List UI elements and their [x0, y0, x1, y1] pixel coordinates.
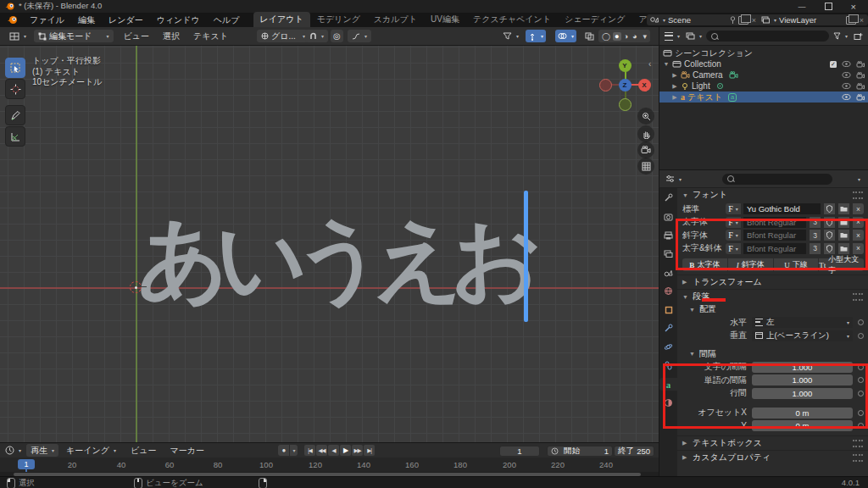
shading-dropdown[interactable]: ▾ [641, 32, 648, 41]
outliner-row-camera[interactable]: ▶ Camera [659, 69, 868, 80]
gizmo-axis-y-neg[interactable] [619, 98, 632, 111]
new-scene-icon[interactable] [738, 16, 748, 25]
font-name-field[interactable]: Bfont Regular [743, 230, 806, 241]
user-count-button[interactable]: 3 [810, 230, 821, 241]
playhead-badge[interactable]: 1 [18, 459, 35, 469]
disable-render-camera-icon[interactable] [856, 72, 865, 79]
unlink-font-button[interactable]: × [853, 243, 864, 254]
bold-toggle-button[interactable]: B太字体 [682, 258, 727, 271]
expand-caret-icon[interactable]: ▼ [663, 61, 670, 67]
tab-material[interactable] [660, 396, 677, 409]
font-panel-header[interactable]: ▼フォント [677, 188, 868, 202]
close-button[interactable]: × [851, 2, 856, 12]
tab-uv-editing[interactable]: UV編集 [424, 12, 466, 28]
open-font-folder-button[interactable] [838, 230, 849, 241]
open-font-folder-button[interactable] [838, 243, 849, 254]
menu-edit[interactable]: 編集 [71, 14, 102, 26]
perspective-toggle-button[interactable] [637, 158, 654, 175]
small-caps-toggle-button[interactable]: Tt小型大文字 [819, 258, 864, 271]
outliner-row-collection[interactable]: ▼ Collection ✓ [659, 58, 868, 69]
tab-texture-paint[interactable]: テクスチャペイント [466, 12, 558, 28]
mode-dropdown[interactable]: 編集モード ▾ [34, 30, 113, 42]
overlays-toggle[interactable]: ▾ [555, 30, 576, 42]
animate-dot[interactable] [858, 391, 864, 396]
gizmos-toggle[interactable]: ▾ [526, 30, 546, 42]
unlink-scene-icon[interactable]: × [751, 16, 757, 25]
font-selector-button[interactable]: F▾ [726, 217, 741, 228]
expand-caret-icon[interactable]: ▶ [671, 83, 678, 90]
measure-tool[interactable] [5, 126, 25, 147]
unlink-font-button[interactable]: × [853, 217, 864, 228]
tab-modifiers[interactable] [660, 322, 677, 335]
sidebar-toggle[interactable]: ‹ [648, 59, 651, 69]
keying-menu[interactable]: キーイング▾ [62, 444, 120, 457]
move-view-button[interactable] [637, 125, 654, 142]
menu-window[interactable]: ウィンドウ [150, 14, 207, 26]
hide-eye-icon[interactable] [842, 94, 851, 100]
timeline-editor-type-button[interactable]: ▾ [3, 444, 23, 457]
frame-end-field[interactable]: 終了250 [614, 446, 654, 457]
expand-caret-icon[interactable]: ▶ [671, 72, 678, 79]
panel-drag-handle[interactable] [853, 191, 863, 199]
unlink-font-button[interactable]: × [853, 203, 864, 214]
play-button[interactable]: ▶ [340, 445, 351, 456]
disable-render-camera-icon[interactable] [856, 61, 865, 68]
annotate-tool[interactable] [5, 105, 25, 125]
hide-eye-icon[interactable] [842, 83, 851, 89]
menu-select[interactable]: 選択 [156, 30, 186, 42]
expand-caret-icon[interactable]: ▶ [671, 94, 678, 101]
timeline-marker-menu[interactable]: マーカー [163, 445, 210, 457]
tab-modeling[interactable]: モデリング [310, 12, 367, 28]
properties-editor-type-button[interactable]: ▾ [664, 173, 683, 186]
viewlayer-selector[interactable]: ▾ ViewLayer × [758, 14, 868, 25]
outliner-row-text-selected[interactable]: ▶ a テキスト a [659, 92, 868, 103]
disable-render-camera-icon[interactable] [856, 83, 865, 90]
tab-object[interactable] [660, 303, 677, 316]
remove-viewlayer-icon[interactable]: × [859, 16, 865, 25]
select-box-tool[interactable] [5, 58, 25, 78]
shading-rendered-button[interactable]: ◕ [631, 32, 638, 41]
animate-dot[interactable] [858, 410, 864, 416]
shading-solid-button[interactable]: ● [613, 32, 620, 41]
transform-orientation-dropdown[interactable]: グロ... ▾ [257, 30, 309, 42]
menu-render[interactable]: レンダー [102, 14, 150, 26]
textbox-panel-header[interactable]: ▶テキストボックス [677, 435, 868, 450]
tab-physics[interactable] [660, 341, 677, 353]
current-frame-field[interactable]: 1 [499, 446, 540, 457]
tab-sculpt[interactable]: スカルプト [367, 12, 424, 28]
font-selector-button[interactable]: F▾ [726, 203, 741, 214]
edited-text-object[interactable]: あいうえお [137, 214, 529, 303]
animate-dot[interactable] [858, 319, 864, 325]
pin-icon[interactable] [730, 16, 736, 24]
tab-world[interactable] [660, 285, 677, 297]
menu-file[interactable]: ファイル [23, 14, 71, 26]
outliner-filter-dropdown[interactable]: ▾ [832, 30, 849, 42]
line-spacing-field[interactable]: 1.000 [752, 388, 853, 399]
falloff-dropdown[interactable]: ▾ [348, 30, 371, 42]
object-visibility-dropdown[interactable]: ▾ [498, 30, 523, 42]
tab-render[interactable] [660, 210, 677, 223]
panel-drag-handle[interactable] [853, 293, 863, 301]
proportional-editing-toggle[interactable]: ◎ [331, 30, 343, 42]
fake-user-shield-button[interactable] [824, 243, 835, 254]
tab-tool[interactable] [660, 191, 677, 204]
outliner-row-light[interactable]: ▶ Light [659, 80, 868, 92]
transform-panel-header[interactable]: ▶トランスフォーム [677, 274, 868, 289]
frame-start-field[interactable]: 開始1 [547, 446, 613, 457]
jump-to-start-button[interactable]: |◀ [304, 445, 315, 456]
horizontal-align-dropdown[interactable]: 左▾ [752, 317, 853, 328]
tab-layout[interactable]: レイアウト [253, 12, 310, 28]
word-spacing-field[interactable]: 1.000 [752, 374, 853, 385]
tab-output[interactable] [660, 229, 677, 241]
auto-keying-toggle[interactable]: ● [278, 445, 289, 456]
disable-render-camera-icon[interactable] [856, 94, 865, 101]
animate-dot[interactable] [858, 423, 864, 429]
panel-drag-handle[interactable] [853, 440, 863, 447]
underline-toggle-button[interactable]: U下線 [774, 258, 819, 271]
play-reverse-button[interactable]: ◀ [328, 445, 339, 456]
snap-dropdown[interactable]: ▾ [305, 30, 328, 42]
auto-keying-dropdown[interactable]: ▾ [290, 445, 298, 456]
open-font-folder-button[interactable] [838, 217, 849, 228]
vertical-align-dropdown[interactable]: 上(ベースライン)▾ [752, 330, 853, 341]
cursor-tool[interactable] [5, 79, 25, 99]
